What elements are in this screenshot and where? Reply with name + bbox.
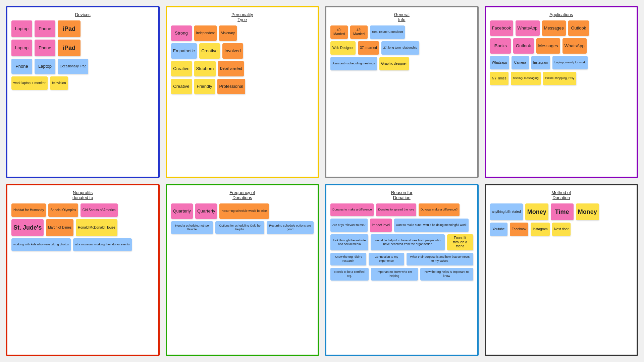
sticky-note: 40; Married bbox=[330, 25, 348, 39]
notes-row-general-info-0: 40; Married42; MarriedReal Estate Consul… bbox=[330, 25, 405, 39]
sticky-note: Are orgs relevant to me? bbox=[330, 219, 368, 232]
sticky-note: Laptop bbox=[35, 59, 55, 74]
notes-row-reason-donation-1: Are orgs relevant to me?Impact levelwant… bbox=[330, 219, 469, 232]
notes-row-nonprofits-2: working with kids who were taking photos… bbox=[11, 238, 132, 251]
sticky-note: Girl Scouts of America bbox=[80, 203, 118, 217]
panel-title-method-donation: Method of Donation bbox=[551, 190, 571, 200]
notes-row-frequency-0: QuarterlyQuarterlyRecurring schedule wou… bbox=[171, 203, 269, 219]
sticky-note: WhatsApp bbox=[516, 20, 540, 36]
sticky-note: Laptop bbox=[11, 40, 32, 56]
sticky-note: 37, married bbox=[358, 41, 379, 55]
panel-reason-donation: Reason for DonationDonates to make a dif… bbox=[325, 184, 479, 356]
sticky-note: television bbox=[50, 76, 68, 90]
notes-row-general-info-1: Web Designer37, married27, long term rel… bbox=[330, 41, 419, 55]
sticky-note: Assistant - scheduling meetings bbox=[330, 57, 377, 70]
sticky-note: Professional bbox=[217, 79, 246, 94]
notes-row-method-donation-1: YoutubeFacebookInstagramNext door bbox=[490, 223, 571, 236]
sticky-note: Camera bbox=[512, 56, 529, 69]
notes-grid-general-info: 40; Married42; MarriedReal Estate Consul… bbox=[330, 25, 473, 70]
sticky-note: Special Olympics bbox=[48, 203, 78, 217]
panel-title-reason-donation: Reason for Donation bbox=[391, 190, 413, 200]
sticky-note: would be helpful to have stories from pe… bbox=[371, 234, 444, 250]
sticky-note: Occasionally iPad bbox=[58, 59, 88, 74]
sticky-note: iPad bbox=[58, 20, 80, 37]
sticky-note: want to make sure I would be doing meani… bbox=[394, 219, 469, 232]
panel-nonprofits: Nonprofits donated toHabitat for Humanit… bbox=[6, 184, 160, 356]
notes-grid-nonprofits: Habitat for HumanitySpecial OlympicsGirl… bbox=[11, 203, 154, 251]
sticky-note: Texting/ messaging bbox=[511, 72, 541, 85]
panel-method-donation: Method of Donationanything bill relatedM… bbox=[485, 184, 638, 356]
sticky-note: Involved bbox=[222, 43, 243, 59]
sticky-note: Strong bbox=[171, 25, 192, 41]
main-grid: DevicesLaptopPhoneiPadLaptopPhoneiPadPho… bbox=[0, 0, 644, 362]
sticky-note: Ronald McDonald House bbox=[76, 219, 117, 236]
sticky-note: Facebook bbox=[490, 20, 513, 36]
notes-row-nonprofits-1: St. Jude'sMarch of DimesRonald McDonald … bbox=[11, 219, 117, 236]
sticky-note: Whatsapp bbox=[490, 56, 509, 69]
notes-row-personality-1: EmpatheticCreativeInvolved bbox=[171, 43, 243, 59]
sticky-note: Money bbox=[525, 203, 548, 220]
notes-row-nonprofits-0: Habitat for HumanitySpecial OlympicsGirl… bbox=[11, 203, 118, 217]
sticky-note: Needs to be a certified org. bbox=[330, 268, 369, 281]
notes-row-method-donation-0: anything bill relatedMoneyTimeMoney bbox=[490, 203, 599, 220]
sticky-note: How the org helps is important to know bbox=[420, 268, 473, 281]
sticky-note: Need a schedule, not too flexible bbox=[171, 221, 213, 234]
sticky-note: Instagram bbox=[531, 223, 549, 236]
notes-row-devices-3: work laptop + monitortelevision bbox=[11, 76, 68, 90]
sticky-note: Impact level bbox=[370, 219, 392, 232]
notes-row-devices-0: LaptopPhoneiPad bbox=[11, 20, 80, 37]
sticky-note: Options for scheduling Ould be helpful bbox=[215, 221, 264, 234]
notes-row-frequency-1: Need a schedule, not too flexibleOptions… bbox=[171, 221, 314, 234]
notes-row-personality-2: CreativeStubbornDetail-oriented bbox=[171, 61, 244, 76]
sticky-note: Recurring schedule options are good bbox=[267, 221, 314, 234]
sticky-note: iBooks bbox=[490, 38, 511, 54]
panel-title-frequency: Frequency of Donations bbox=[229, 190, 255, 200]
notes-row-general-info-2: Assistant - scheduling meetingsGraphic d… bbox=[330, 57, 409, 70]
notes-row-applications-3: NY TimesTexting/ messagingOnline shoppin… bbox=[490, 72, 577, 85]
notes-row-reason-donation-4: Needs to be a certified org.Important to… bbox=[330, 268, 473, 281]
sticky-note: Phone bbox=[35, 20, 55, 37]
sticky-note: Web Designer bbox=[330, 41, 356, 55]
sticky-note: Knew the org- didn't research bbox=[330, 253, 366, 265]
panel-title-personality: Personality Type bbox=[231, 12, 253, 22]
sticky-note: Do orgs make a difference? bbox=[419, 203, 460, 216]
sticky-note: Time bbox=[551, 203, 574, 220]
sticky-note: Outlook bbox=[568, 20, 589, 36]
sticky-note: Phone bbox=[11, 59, 32, 74]
notes-row-devices-1: LaptopPhoneiPad bbox=[11, 40, 80, 56]
sticky-note: Outlook bbox=[513, 38, 534, 54]
notes-grid-devices: LaptopPhoneiPadLaptopPhoneiPadPhoneLapto… bbox=[11, 20, 154, 90]
sticky-note: Youtube bbox=[490, 223, 507, 236]
panel-title-devices: Devices bbox=[75, 12, 91, 17]
sticky-note: March of Dimes bbox=[46, 219, 73, 236]
sticky-note: Real Estate Consultant bbox=[370, 25, 405, 39]
sticky-note: NY Times bbox=[490, 72, 508, 85]
panel-general-info: General Info40; Married42; MarriedReal E… bbox=[325, 6, 479, 178]
sticky-note: St. Jude's bbox=[11, 219, 44, 236]
sticky-note: 27, long term relationship bbox=[381, 41, 419, 55]
sticky-note: Creative bbox=[171, 61, 192, 76]
sticky-note: Money bbox=[576, 203, 599, 220]
sticky-note: Creative bbox=[171, 79, 192, 94]
sticky-note: Quarterly bbox=[171, 203, 193, 219]
notes-row-reason-donation-0: Donates to make a differenceDonates to s… bbox=[330, 203, 460, 216]
sticky-note: Visionary bbox=[219, 25, 237, 41]
sticky-note: Phone bbox=[35, 40, 55, 56]
panel-title-nonprofits: Nonprofits donated to bbox=[72, 190, 93, 200]
sticky-note: Facebook bbox=[510, 223, 529, 236]
notes-row-personality-0: StrongIndependentVisionary bbox=[171, 25, 237, 41]
sticky-note: WhatsApp bbox=[562, 38, 587, 54]
sticky-note: Messages bbox=[542, 20, 566, 36]
sticky-note: Independent bbox=[194, 25, 217, 41]
notes-grid-personality: StrongIndependentVisionaryEmpatheticCrea… bbox=[171, 25, 314, 94]
notes-grid-frequency: QuarterlyQuarterlyRecurring schedule wou… bbox=[171, 203, 314, 234]
sticky-note: at a museum, working their donor events bbox=[73, 238, 132, 251]
sticky-note: Messages bbox=[536, 38, 560, 54]
sticky-note: Online shopping, Etsy bbox=[543, 72, 577, 85]
sticky-note: Next door bbox=[552, 223, 571, 236]
panel-personality: Personality TypeStrongIndependentVisiona… bbox=[166, 6, 319, 178]
sticky-note: Laptop, mainly for work bbox=[552, 56, 588, 69]
sticky-note: Graphic designer bbox=[379, 57, 409, 70]
sticky-note: What their purpose is and how that conne… bbox=[407, 253, 473, 265]
sticky-note: Laptop bbox=[11, 20, 32, 37]
